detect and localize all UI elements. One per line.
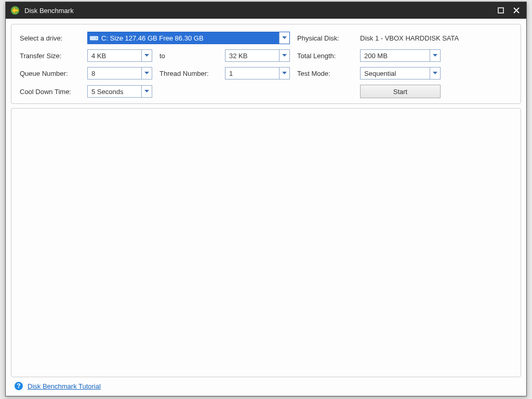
svg-text:?: ? (17, 382, 20, 390)
test-mode-label: Test Mode: (290, 70, 360, 77)
chevron-down-icon (430, 68, 440, 79)
total-length-value: 200 MB (364, 52, 388, 60)
start-button[interactable]: Start (360, 85, 441, 98)
chevron-down-icon (279, 68, 289, 79)
test-mode-select[interactable]: Sequential (360, 67, 441, 79)
close-button[interactable] (511, 5, 522, 16)
results-panel (11, 108, 521, 377)
to-label: to (152, 52, 225, 60)
cooldown-value: 5 Seconds (91, 88, 123, 96)
window-controls (495, 5, 522, 16)
drive-label: Select a drive: (20, 34, 87, 42)
cooldown-select[interactable]: 5 Seconds (87, 85, 152, 98)
transfer-size-from-select[interactable]: 4 KB (87, 49, 152, 62)
chevron-down-icon (141, 50, 152, 61)
chevron-down-icon (141, 86, 152, 97)
queue-number-label: Queue Number: (20, 70, 87, 77)
transfer-size-from-value: 4 KB (91, 52, 106, 60)
titlebar: Disk Benchmark (6, 2, 526, 19)
queue-number-select[interactable]: 8 (87, 67, 152, 79)
svg-point-5 (96, 38, 97, 39)
chevron-down-icon (279, 32, 289, 44)
thread-number-select[interactable]: 1 (225, 67, 290, 79)
hard-drive-icon (90, 35, 98, 41)
start-label: Start (393, 88, 407, 96)
maximize-button[interactable] (495, 5, 507, 16)
content-area: Select a drive: C: Size 127.46 GB Free 8… (6, 19, 526, 396)
settings-panel: Select a drive: C: Size 127.46 GB Free 8… (11, 24, 521, 104)
test-mode-value: Sequential (364, 70, 396, 77)
chevron-down-icon (141, 68, 152, 79)
thread-number-label: Thread Number: (152, 70, 225, 77)
window-title: Disk Benchmark (24, 7, 495, 15)
chevron-down-icon (279, 50, 289, 61)
total-length-label: Total Length: (290, 52, 360, 60)
tutorial-link[interactable]: Disk Benchmark Tutorial (28, 382, 101, 390)
total-length-select[interactable]: 200 MB (360, 49, 441, 62)
app-icon (10, 5, 20, 16)
footer: ? Disk Benchmark Tutorial (11, 381, 521, 392)
physical-disk-value: Disk 1 - VBOX HARDDISK SATA (360, 34, 512, 42)
thread-number-value: 1 (229, 70, 233, 77)
drive-select[interactable]: C: Size 127.46 GB Free 86.30 GB (87, 32, 290, 44)
transfer-size-label: Transfer Size: (20, 52, 87, 60)
queue-number-value: 8 (91, 70, 95, 77)
help-icon: ? (14, 381, 23, 391)
transfer-size-to-value: 32 KB (229, 52, 247, 60)
svg-rect-4 (90, 36, 98, 40)
physical-disk-label: Physical Disk: (290, 34, 360, 42)
drive-value: C: Size 127.46 GB Free 86.30 GB (101, 34, 204, 42)
svg-rect-1 (498, 8, 503, 13)
disk-benchmark-window: Disk Benchmark Select a drive: (5, 2, 527, 396)
cooldown-label: Cool Down Time: (20, 88, 87, 96)
chevron-down-icon (430, 50, 440, 61)
transfer-size-to-select[interactable]: 32 KB (225, 49, 290, 62)
